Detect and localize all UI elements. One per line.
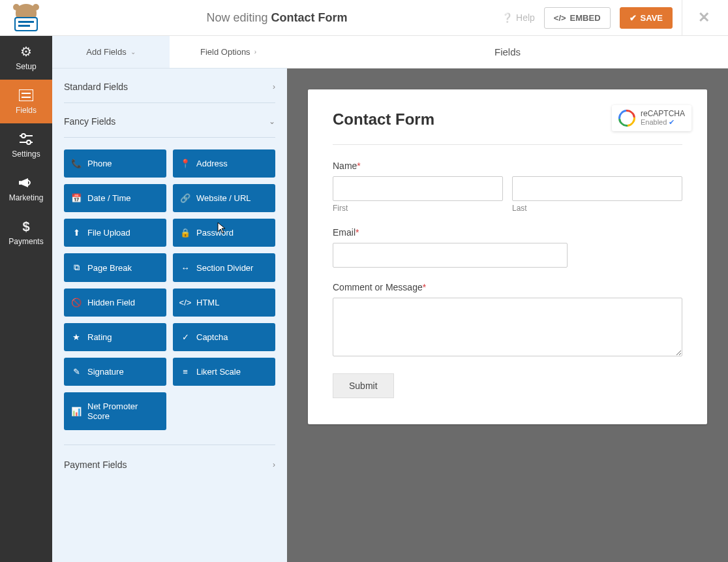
field-btn-net-promoter-score[interactable]: 📊Net Promoter Score [64,392,166,430]
field-icon: ⧉ [72,262,81,273]
field-label: Phone [87,159,112,168]
field-icon: 📅 [72,193,81,203]
field-email[interactable]: Email* [333,227,568,268]
field-btn-password[interactable]: 🔒Password [173,219,275,247]
help-icon: ❔ [502,12,513,23]
field-label: Rating [87,332,112,342]
help-label: Help [516,12,535,23]
nav-setup[interactable]: ⚙ Setup [0,36,52,80]
section-standard-fields[interactable]: Standard Fields › [64,69,275,103]
save-button[interactable]: ✔ SAVE [620,7,673,29]
field-btn-section-divider[interactable]: ↔Section Divider [173,253,275,282]
field-btn-phone[interactable]: 📞Phone [64,149,166,178]
main-layout: ⚙ Setup Fields Settings Marketing $ Paym… [0,36,728,562]
section-label: Standard Fields [64,82,128,92]
field-icon: 📊 [72,407,81,416]
last-sublabel: Last [512,204,682,213]
field-icon: ≡ [181,367,190,377]
first-sublabel: First [333,204,503,213]
field-name[interactable]: Name* First Last [333,161,682,213]
field-icon: ✓ [181,332,190,342]
first-name-input[interactable] [333,176,503,201]
email-input[interactable] [333,243,568,268]
field-icon: 🔗 [181,193,190,203]
recaptcha-badge[interactable]: reCAPTCHA Enabled ✔ [612,105,691,131]
chevron-down-icon: ⌄ [269,117,275,126]
nav-fields[interactable]: Fields [0,80,52,123]
field-label: Page Break [87,263,132,273]
name-label: Name* [333,161,682,171]
field-label: HTML [196,298,219,307]
code-icon: </> [554,13,566,23]
fancy-fields-grid: 📞Phone📍Address📅Date / Time🔗Website / URL… [64,149,275,433]
field-btn-website-url[interactable]: 🔗Website / URL [173,184,275,212]
field-comment[interactable]: Comment or Message* [333,282,682,359]
save-label: SAVE [641,13,663,23]
field-btn-signature[interactable]: ✎Signature [64,358,166,386]
svg-rect-7 [19,181,21,185]
field-btn-page-break[interactable]: ⧉Page Break [64,253,166,282]
submit-button[interactable]: Submit [333,373,394,398]
field-label: Net Promoter Score [87,401,159,421]
nav-marketing[interactable]: Marketing [0,167,52,211]
field-label: Signature [87,367,124,377]
nav-settings[interactable]: Settings [0,123,52,167]
comment-label: Comment or Message* [333,282,682,292]
field-btn-likert-scale[interactable]: ≡Likert Scale [173,358,275,386]
field-icon: ★ [72,332,81,342]
field-label: Website / URL [196,193,251,203]
field-btn-file-upload[interactable]: ⬆File Upload [64,219,166,247]
field-label: File Upload [87,228,130,238]
tab-field-options[interactable]: Field Options › [170,36,287,68]
tab-label: Field Options [200,47,250,57]
check-icon: ✔ [629,13,637,23]
megaphone-icon [19,176,33,190]
last-name-input[interactable] [512,176,682,201]
top-bar: Now editing Contact Form ❔ Help </> EMBE… [0,0,728,36]
preview-area: Fields reCAPTCHA Enabled ✔ Contact Form … [287,36,728,562]
svg-point-4 [22,134,25,138]
gear-icon: ⚙ [19,44,33,59]
embed-button[interactable]: </> EMBED [544,7,611,29]
dollar-icon: $ [19,219,33,234]
chevron-right-icon: › [254,48,256,55]
svg-point-6 [27,140,31,144]
field-icon: ✎ [72,367,81,377]
field-label: Hidden Field [87,298,135,307]
sliders-icon [19,132,33,146]
page-title: Now editing Contact Form [52,11,502,25]
field-btn-rating[interactable]: ★Rating [64,323,166,351]
help-link[interactable]: ❔ Help [502,12,535,23]
field-btn-address[interactable]: 📍Address [173,149,275,178]
field-icon: ↔ [181,263,190,273]
chevron-down-icon: ⌄ [130,48,136,55]
field-label: Section Divider [196,263,253,273]
recaptcha-title: reCAPTCHA [641,109,685,118]
list-icon [19,88,33,102]
field-label: Password [196,228,234,238]
recaptcha-icon [615,106,639,130]
left-nav: ⚙ Setup Fields Settings Marketing $ Paym… [0,36,52,562]
comment-textarea[interactable] [333,298,682,356]
field-btn-html[interactable]: </>HTML [173,289,275,317]
app-logo [0,4,52,31]
field-icon: ⬆ [72,228,81,238]
nav-label: Setup [16,62,36,71]
nav-payments[interactable]: $ Payments [0,211,52,255]
field-label: Date / Time [87,193,130,203]
tab-add-fields[interactable]: Add Fields ⌄ [52,36,170,68]
section-payment-fields[interactable]: Payment Fields › [64,457,275,480]
field-label: Captcha [196,332,228,342]
nav-label: Settings [12,149,40,159]
recaptcha-status: Enabled [641,118,667,126]
email-label: Email* [333,227,568,238]
section-fancy-fields[interactable]: Fancy Fields ⌄ [64,103,275,137]
close-button[interactable]: ✕ [691,9,716,26]
field-btn-captcha[interactable]: ✓Captcha [173,323,275,351]
field-btn-hidden-field[interactable]: 🚫Hidden Field [64,289,166,317]
field-icon: 📞 [72,159,81,168]
section-label: Fancy Fields [64,116,115,127]
form-card: reCAPTCHA Enabled ✔ Contact Form Name* F… [308,89,707,424]
preview-header: Fields [287,36,728,69]
field-btn-date-time[interactable]: 📅Date / Time [64,184,166,212]
